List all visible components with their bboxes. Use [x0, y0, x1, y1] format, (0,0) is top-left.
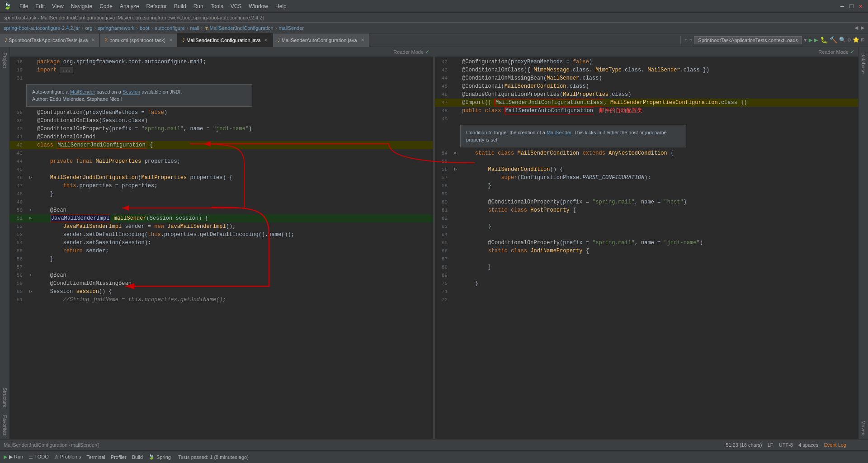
event-log-button[interactable]: Event Log	[824, 442, 846, 448]
code-line-59: 59 @ConditionalOnMissingBean	[10, 279, 433, 288]
menu-window[interactable]: Window	[246, 2, 271, 10]
code-line-45: 45	[10, 165, 433, 174]
bean-gutter-icon-50[interactable]: ⬆	[30, 206, 32, 214]
sidebar-database-icon[interactable]: Database	[860, 49, 867, 77]
right-code-content[interactable]: 42 @Configuration(proxyBeanMethods = fal…	[435, 57, 858, 439]
right-code-line-45: 45 @Conditional(MailSenderCondition.clas…	[435, 82, 858, 90]
breadcrumb-classname[interactable]: MailSenderJndiConfiguration	[209, 25, 273, 31]
breadcrumb-springframework[interactable]: springframework	[98, 25, 134, 31]
menu-run[interactable]: Run	[191, 2, 206, 10]
right-code-line-60: 60 @ConditionalOnProperty(prefix = "spri…	[435, 198, 858, 206]
terminal-tool-button[interactable]: Terminal	[86, 454, 105, 460]
right-code-line-43: 43 @ConditionalOnClass({ MimeMessage.cla…	[435, 66, 858, 74]
reader-mode-label-left: Reader Mode	[393, 49, 424, 55]
auto-config-class-highlight: MailSenderAutoConfiguration	[505, 107, 594, 114]
build-tool-button[interactable]: Build	[132, 454, 143, 460]
run-config-selector[interactable]: SprintbootTaskApplicationTests.contextLo…	[694, 36, 802, 44]
menu-vcs[interactable]: VCS	[228, 2, 245, 10]
profiler-tool-button[interactable]: Profiler	[111, 454, 127, 460]
menu-bar: 🍃 File Edit View Navigate Code Analyze R…	[0, 0, 868, 13]
problems-tool-button[interactable]: ⚠ Problems	[54, 454, 81, 460]
debug-button[interactable]: 🐛	[820, 36, 828, 44]
code-line-31: 31	[10, 74, 433, 82]
settings-button[interactable]: ⚙	[848, 37, 851, 43]
tab-mailsender-auto[interactable]: J MailSenderAutoConfiguration.java ✕	[273, 33, 369, 47]
right-code-lines: 42 @Configuration(proxyBeanMethods = fal…	[435, 57, 858, 305]
search-everywhere-button[interactable]: 🔍	[839, 37, 846, 43]
right-code-line-70: 70 }	[435, 279, 858, 288]
class-name-highlight-left: MailSenderJndiConfiguration	[57, 142, 146, 149]
breadcrumb-org[interactable]: org	[85, 25, 92, 31]
breadcrumb-boot[interactable]: boot	[140, 25, 149, 31]
bean-gutter-icon-58[interactable]: ⬆	[30, 271, 32, 279]
menu-tools[interactable]: Tools	[208, 2, 226, 10]
layout-button[interactable]: ⊞	[861, 37, 864, 43]
java-icon-3: J	[182, 38, 184, 43]
menu-file[interactable]: File	[17, 2, 31, 10]
code-line-55: 55 return sender;	[10, 247, 433, 255]
reader-mode-check-right[interactable]: ✓	[850, 49, 854, 55]
sidebar-favorites-icon[interactable]: Favorites	[1, 411, 9, 439]
code-line-39: 39 @ConditionalOnClass(Session.class)	[10, 117, 433, 125]
java-mail-sender-impl-highlight: JavaMailSenderImpl	[50, 215, 111, 222]
sidebar-structure-icon[interactable]: Structure	[1, 384, 9, 411]
menu-edit[interactable]: Edit	[33, 2, 47, 10]
breadcrumb-jar[interactable]: spring-boot-autoconfigure-2.4.2.jar	[4, 25, 80, 31]
menu-help[interactable]: Help	[273, 2, 289, 10]
close-button[interactable]: ✕	[857, 2, 864, 10]
right-code-line-62: 62	[435, 214, 858, 222]
menu-code[interactable]: Code	[97, 2, 115, 10]
code-line-48: 48 }	[10, 190, 433, 198]
breadcrumb-mail[interactable]: mail	[190, 25, 199, 31]
run-config-dropdown-icon[interactable]: ▼	[804, 38, 807, 43]
minimize-button[interactable]: —	[839, 3, 846, 10]
window-title: sprintboot-task - MailSenderJndiConfigur…	[4, 15, 264, 20]
spring-tool-button[interactable]: 🍃 Spring	[148, 454, 171, 460]
tab-close-4[interactable]: ✕	[361, 38, 364, 43]
left-code-lines: 18 package org.springframework.boot.auto…	[10, 57, 433, 305]
run-button[interactable]: ▶	[809, 36, 812, 44]
navigate-fwd-icon: ➡	[689, 37, 693, 43]
maximize-button[interactable]: □	[848, 3, 855, 10]
tab-mailsender-jndi[interactable]: J MailSenderJndiConfiguration.java ✕	[178, 33, 273, 47]
navigate-forward-button[interactable]: ▶	[861, 25, 864, 31]
build-button[interactable]: 🔨	[830, 36, 837, 44]
status-class[interactable]: MailSenderJndiConfiguration	[4, 442, 67, 448]
reader-mode-check-left[interactable]: ✓	[425, 49, 429, 55]
menu-build[interactable]: Build	[171, 2, 189, 10]
import-collapsed[interactable]: ...	[60, 67, 73, 73]
navigate-back-button[interactable]: ◀	[854, 25, 858, 31]
tab-close-3[interactable]: ✕	[264, 38, 268, 43]
tab-pom-xml[interactable]: X pom.xml (sprintboot-task) ✕	[100, 33, 178, 47]
right-code-line-61: 61 static class HostProperty {	[435, 206, 858, 214]
run-coverage-button[interactable]: ▶	[814, 36, 818, 44]
tab-label-2: pom.xml (sprintboot-task)	[109, 38, 165, 43]
menu-navigate[interactable]: Navigate	[68, 2, 95, 10]
code-line-54: 54 sender.setSession(session);	[10, 239, 433, 247]
tab-sprintboot-tests[interactable]: J SprintbootTaskApplicationTests.java ✕	[0, 33, 100, 47]
left-code-panel: Reader Mode ✓ 18 package org.springframe…	[10, 47, 433, 439]
bookmark-button[interactable]: ⭐	[853, 37, 859, 43]
code-line-49: 49	[10, 198, 433, 206]
main-content: Project Structure Favorites Reader Mode …	[0, 47, 868, 439]
menu-analyze[interactable]: Analyze	[117, 2, 142, 10]
code-line-58: 58 ⬆ @Bean	[10, 271, 433, 279]
status-breadcrumb: MailSenderJndiConfiguration › mailSender…	[4, 442, 864, 448]
right-code-line-68: 68 }	[435, 263, 858, 271]
sidebar-project-icon[interactable]: Project	[1, 49, 9, 71]
menu-refactor[interactable]: Refactor	[144, 2, 170, 10]
left-code-content[interactable]: 18 package org.springframework.boot.auto…	[10, 57, 433, 439]
sidebar-maven-icon[interactable]: Maven	[860, 417, 867, 439]
menu-view[interactable]: View	[49, 2, 66, 10]
status-method[interactable]: mailSender()	[71, 442, 99, 448]
run-tool-button[interactable]: ▶ ▶ Run	[4, 454, 23, 460]
problems-tool-label: ⚠ Problems	[54, 454, 81, 460]
tab-close-2[interactable]: ✕	[169, 38, 173, 43]
breadcrumb-method[interactable]: mailSender	[278, 25, 304, 31]
todo-tool-button[interactable]: ☰ TODO	[28, 454, 48, 460]
tab-close-1[interactable]: ✕	[91, 38, 95, 43]
import-class-highlight: MailSenderJndiConfiguration.class	[495, 99, 604, 106]
breadcrumb-autoconfigure[interactable]: autoconfigure	[155, 25, 185, 31]
run-tool-label: ▶ Run	[9, 454, 23, 460]
code-line-38: 38 @Configuration(proxyBeanMethods = fal…	[10, 109, 433, 117]
